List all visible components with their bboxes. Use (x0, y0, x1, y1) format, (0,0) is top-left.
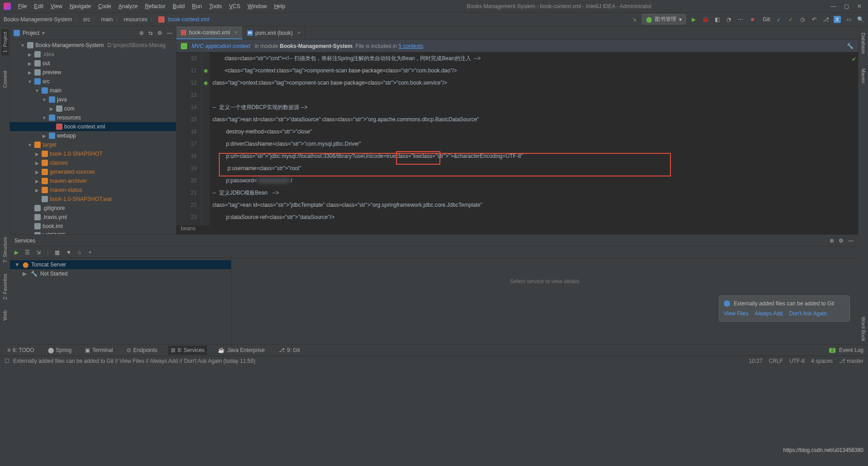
tree-arrow-icon[interactable]: ▶ (27, 70, 33, 75)
tree-arrow-icon[interactable]: ▶ (49, 106, 54, 111)
tree-row[interactable]: .gitignore (10, 204, 176, 213)
tree-row[interactable]: book.iml (10, 222, 176, 231)
left-tab-favorites[interactable]: 2: Favorites (2, 274, 8, 300)
services-tree-row[interactable]: ▼⬤Tomcat Server (10, 260, 231, 269)
code-line[interactable] (212, 89, 858, 101)
git-commit-icon[interactable]: ✓ (787, 15, 795, 24)
services-gear-icon[interactable]: ⚙ (839, 238, 844, 244)
right-tab-wordbook[interactable]: Word Book (860, 314, 867, 344)
menu-help[interactable]: Help (271, 3, 288, 10)
crumb-item[interactable]: resources (123, 16, 147, 23)
left-tab-web[interactable]: Web (2, 310, 8, 320)
status-cell[interactable]: 4 spaces (811, 358, 833, 364)
project-tree[interactable]: ▼Books-Management-SystemD:\project\Books… (10, 40, 176, 234)
search-everywhere-icon[interactable]: 🔍 (856, 15, 864, 24)
menu-view[interactable]: View (48, 3, 65, 10)
tree-row[interactable]: ▼resources (10, 113, 176, 122)
tree-row[interactable]: book-context.xml (10, 122, 176, 131)
code-area[interactable]: 1011121314151617181920212223 ◉◉ class=cl… (176, 52, 858, 225)
services-tree-icon[interactable]: ☰ (25, 249, 30, 256)
status-cell[interactable]: CRLF (769, 358, 783, 364)
code-lines[interactable]: class=class="str">"cmt"><!-- 扫描类包，将标注Spr… (210, 52, 858, 225)
menu-code[interactable]: Code (95, 3, 114, 10)
chevron-down-icon[interactable]: ▾ (42, 30, 45, 36)
tree-row[interactable]: ▶book-1.0-SNAPSHOT (10, 149, 176, 158)
code-line[interactable]: class="tag">ean id=class="str">"dataSour… (212, 114, 858, 126)
status-cell[interactable]: ⎇ master (839, 358, 863, 364)
menu-window[interactable]: Window (245, 3, 269, 10)
left-tab-structure[interactable]: 7: Structure (2, 237, 8, 263)
code-line[interactable]: p:password="xxxxxxxxxxx"/ (212, 175, 858, 187)
services-filter-icon[interactable]: ▼ (66, 249, 71, 256)
tree-arrow-icon[interactable]: ▼ (42, 97, 47, 102)
tree-arrow-icon[interactable]: ▶ (34, 179, 40, 184)
menu-refactor[interactable]: Refactor (142, 3, 168, 10)
tree-arrow-icon[interactable]: ▼ (42, 115, 47, 120)
menu-edit[interactable]: Edit (31, 3, 46, 10)
bottom-tab[interactable]: ⎇9: Git (276, 346, 303, 355)
attach-button[interactable]: ⋯ (736, 15, 745, 24)
run-button[interactable]: ▶ (689, 15, 698, 24)
crumb-item[interactable]: Books-Management-System (4, 16, 72, 23)
code-line[interactable]: p:username=class="str">"root" (212, 162, 858, 175)
tree-row[interactable]: ▶com (10, 104, 176, 113)
code-line[interactable]: class="tag">ontext:class="tag">component… (212, 77, 858, 89)
menu-file[interactable]: File (15, 3, 29, 10)
tree-arrow-icon[interactable]: ▼ (27, 79, 33, 84)
profile-button[interactable]: ◔ (725, 15, 733, 24)
tree-row[interactable]: ▶preview (10, 68, 176, 77)
build-hammer-icon[interactable]: ↘ (630, 15, 638, 24)
debug-button[interactable]: 🐞 (701, 15, 709, 24)
notif-action[interactable]: View Files (724, 310, 748, 317)
status-cell[interactable]: 10:27 (749, 358, 763, 364)
menu-analyze[interactable]: Analyze (116, 3, 141, 10)
tree-arrow-icon[interactable]: ▶ (34, 188, 40, 193)
bottom-tab[interactable]: ▣Terminal (82, 346, 115, 355)
menu-tools[interactable]: Tools (207, 3, 225, 10)
tab-close-icon[interactable]: × (297, 30, 300, 36)
git-rollback-icon[interactable]: ↶ (810, 15, 818, 24)
tree-row[interactable]: ▼Books-Management-SystemD:\project\Books… (10, 41, 176, 50)
tree-arrow-icon[interactable]: ▶ (34, 170, 40, 175)
code-line[interactable]: class=class="str">"cmt"><!-- 扫描类包，将标注Spr… (212, 52, 858, 65)
tree-arrow-icon[interactable]: ▶ (34, 152, 40, 157)
code-line[interactable]: -- 定义JDBC模板Bean --> (212, 187, 858, 199)
ide-settings-icon[interactable]: ▭ (844, 15, 853, 24)
code-line[interactable]: p:dataSource-ref=class="str">"dataSource… (212, 211, 858, 223)
project-title[interactable]: Project (23, 30, 39, 36)
locate-icon[interactable]: ⊕ (139, 30, 144, 36)
tree-row[interactable]: ▶.idea (10, 50, 176, 59)
services-run-icon[interactable]: ▶ (14, 249, 19, 256)
tree-arrow-icon[interactable]: ▼ (20, 43, 25, 48)
right-tab-database[interactable]: Database (860, 30, 867, 57)
tree-arrow-icon[interactable]: ▶ (23, 271, 28, 277)
editor-tab[interactable]: mpom.xml (book)× (243, 26, 306, 39)
crumb-item[interactable]: main (101, 16, 113, 23)
tree-arrow-icon[interactable]: ▼ (34, 88, 40, 93)
bottom-tab[interactable]: ☕Java Enterprise (215, 346, 267, 355)
git-branch-icon[interactable]: ⎇ (822, 15, 830, 24)
menu-navigate[interactable]: Navigate (67, 3, 94, 10)
hide-icon[interactable]: — (167, 30, 172, 36)
editor-tab[interactable]: book-context.xml× (176, 26, 243, 39)
tree-row[interactable]: ▶generated-sources (10, 167, 176, 176)
crumb-item[interactable]: book-context.xml (168, 16, 209, 23)
translate-icon[interactable]: 文 (834, 16, 841, 23)
services-group-icon[interactable]: ▦ (55, 249, 60, 256)
menu-build[interactable]: Build (170, 3, 188, 10)
left-tab-project[interactable]: 1: Project (1, 29, 9, 55)
menu-vcs[interactable]: VCS (226, 3, 243, 10)
tree-arrow-icon[interactable]: ▶ (42, 133, 47, 138)
tree-row[interactable]: ▼target (10, 140, 176, 149)
editor-breadcrumb[interactable]: beans (176, 225, 858, 234)
tab-close-icon[interactable]: × (235, 29, 238, 36)
services-expand-icon[interactable]: ⇲ (36, 249, 41, 256)
close-button[interactable]: ✕ (857, 3, 862, 10)
tree-arrow-icon[interactable]: ▶ (27, 61, 33, 66)
tree-arrow-icon[interactable]: ▼ (27, 143, 33, 147)
tree-row[interactable]: ▶maven-archiver (10, 176, 176, 185)
left-tab-commit[interactable]: Commit (1, 68, 9, 90)
run-config-combo[interactable]: ⬤ 图书管理 ▾ (642, 14, 686, 24)
code-line[interactable]: <class="tag">context:class="tag">compone… (212, 65, 858, 77)
tree-row[interactable]: ▼java (10, 95, 176, 104)
